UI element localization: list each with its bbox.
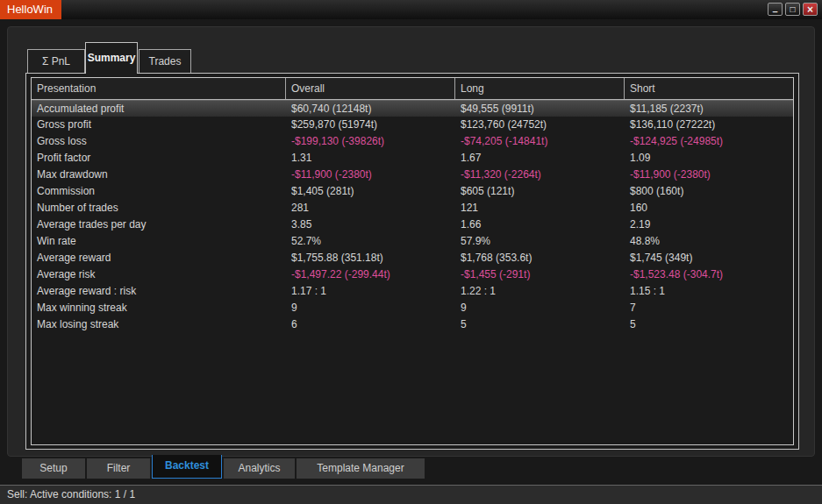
- row-value-long: 57.9%: [455, 233, 625, 250]
- row-value-long: 1.22 : 1: [455, 283, 625, 300]
- tab-analytics[interactable]: Analytics: [224, 458, 295, 479]
- status-bar: Sell: Active conditions: 1 / 1: [0, 485, 822, 504]
- row-value-long: -$11,320 (-2264t): [455, 167, 625, 183]
- tab-trades[interactable]: Trades: [139, 49, 191, 74]
- row-value-overall: -$199,130 (-39826t): [286, 133, 455, 150]
- row-label: Commission: [32, 183, 286, 200]
- row-value-short: 5: [625, 316, 793, 333]
- table-row[interactable]: Accumulated profit$60,740 (12148t)$49,55…: [32, 100, 793, 117]
- row-label: Accumulated profit: [32, 101, 286, 117]
- maximize-icon: □: [790, 5, 795, 14]
- minimize-icon: –: [772, 7, 777, 17]
- table-row[interactable]: Average trades per day3.851.662.19: [32, 217, 793, 233]
- row-label: Average trades per day: [32, 217, 286, 233]
- table-row[interactable]: Max losing streak655: [32, 316, 793, 333]
- row-value-short: 48.8%: [625, 233, 793, 250]
- row-label: Average reward : risk: [32, 283, 286, 300]
- summary-table: Presentation Overall Long Short Accumula…: [31, 77, 794, 445]
- table-row[interactable]: Average risk-$1,497.22 (-299.44t)-$1,455…: [32, 266, 793, 283]
- table-row[interactable]: Gross profit$259,870 (51974t)$123,760 (2…: [32, 117, 793, 133]
- row-value-long: $123,760 (24752t): [455, 117, 625, 133]
- row-value-short: $800 (160t): [625, 183, 793, 200]
- window-title: HelloWin: [0, 0, 61, 19]
- row-value-long: $1,768 (353.6t): [455, 250, 625, 266]
- table-row[interactable]: Max drawdown-$11,900 (-2380t)-$11,320 (-…: [32, 167, 793, 183]
- row-value-long: $49,555 (9911t): [455, 101, 625, 117]
- row-value-short: $11,185 (2237t): [625, 101, 793, 117]
- table-body: Accumulated profit$60,740 (12148t)$49,55…: [32, 100, 793, 333]
- row-value-long: $605 (121t): [455, 183, 625, 200]
- table-row[interactable]: Commission$1,405 (281t)$605 (121t)$800 (…: [32, 183, 793, 200]
- row-value-overall: 3.85: [286, 217, 455, 233]
- table-header: Presentation Overall Long Short: [32, 78, 793, 100]
- row-value-overall: 52.7%: [286, 233, 455, 250]
- title-bar[interactable]: HelloWin – □ ×: [0, 0, 822, 19]
- row-value-short: $1,745 (349t): [625, 250, 793, 266]
- tab-sum-pnl[interactable]: Σ PnL: [27, 49, 85, 74]
- table-row[interactable]: Number of trades281121160: [32, 200, 793, 217]
- table-row[interactable]: Average reward : risk1.17 : 11.22 : 11.1…: [32, 283, 793, 300]
- row-label: Gross loss: [32, 133, 286, 150]
- row-value-overall: $1,405 (281t): [286, 183, 455, 200]
- row-value-overall: $60,740 (12148t): [286, 101, 455, 117]
- row-value-long: -$74,205 (-14841t): [455, 133, 625, 150]
- row-label: Profit factor: [32, 150, 286, 167]
- close-button[interactable]: ×: [803, 3, 818, 16]
- row-value-short: -$124,925 (-24985t): [625, 133, 793, 150]
- row-value-short: 7: [625, 300, 793, 316]
- row-value-overall: $259,870 (51974t): [286, 117, 455, 133]
- row-label: Max losing streak: [32, 316, 286, 333]
- table-row[interactable]: Win rate52.7%57.9%48.8%: [32, 233, 793, 250]
- bottom-tab-strip: Setup Filter Backtest Analytics Template…: [22, 455, 425, 479]
- row-value-overall: -$11,900 (-2380t): [286, 167, 455, 183]
- row-value-overall: -$1,497.22 (-299.44t): [286, 266, 455, 283]
- window-controls: – □ ×: [768, 3, 818, 16]
- row-value-overall: 9: [286, 300, 455, 316]
- row-value-overall: 1.17 : 1: [286, 283, 455, 300]
- row-value-long: 5: [455, 316, 625, 333]
- row-value-short: -$11,900 (-2380t): [625, 167, 793, 183]
- column-header-presentation[interactable]: Presentation: [32, 78, 286, 99]
- column-header-long[interactable]: Long: [455, 78, 625, 99]
- row-label: Average reward: [32, 250, 286, 266]
- tab-summary[interactable]: Summary: [85, 42, 138, 74]
- tab-setup[interactable]: Setup: [22, 458, 85, 479]
- row-value-long: 1.67: [455, 150, 625, 167]
- row-value-short: 2.19: [625, 217, 793, 233]
- close-icon: ×: [807, 4, 813, 15]
- column-header-short[interactable]: Short: [625, 78, 793, 99]
- row-value-long: 121: [455, 200, 625, 217]
- minimize-button[interactable]: –: [768, 3, 783, 16]
- table-row[interactable]: Average reward$1,755.88 (351.18t)$1,768 …: [32, 250, 793, 266]
- maximize-button[interactable]: □: [785, 3, 800, 16]
- row-label: Max drawdown: [32, 167, 286, 183]
- tab-template-manager[interactable]: Template Manager: [297, 458, 425, 479]
- status-text: Sell: Active conditions: 1 / 1: [7, 488, 135, 500]
- row-label: Max winning streak: [32, 300, 286, 316]
- app-window: HelloWin – □ × Σ PnL Summary Trades Pres…: [0, 0, 822, 504]
- row-value-overall: 6: [286, 316, 455, 333]
- main-panel: Σ PnL Summary Trades Presentation Overal…: [7, 26, 815, 457]
- row-value-short: $136,110 (27222t): [625, 117, 793, 133]
- row-value-short: 1.15 : 1: [625, 283, 793, 300]
- row-label: Average risk: [32, 266, 286, 283]
- tab-backtest[interactable]: Backtest: [152, 455, 222, 479]
- table-row[interactable]: Gross loss-$199,130 (-39826t)-$74,205 (-…: [32, 133, 793, 150]
- row-value-long: 1.66: [455, 217, 625, 233]
- table-row[interactable]: Profit factor1.311.671.09: [32, 150, 793, 167]
- row-value-long: -$1,455 (-291t): [455, 266, 625, 283]
- row-value-overall: 281: [286, 200, 455, 217]
- summary-tab-page: Presentation Overall Long Short Accumula…: [25, 73, 799, 450]
- row-label: Win rate: [32, 233, 286, 250]
- row-value-short: 1.09: [625, 150, 793, 167]
- row-value-long: 9: [455, 300, 625, 316]
- column-header-overall[interactable]: Overall: [286, 78, 455, 99]
- table-row[interactable]: Max winning streak997: [32, 300, 793, 316]
- row-label: Gross profit: [32, 117, 286, 133]
- tab-filter[interactable]: Filter: [87, 458, 150, 479]
- row-value-short: 160: [625, 200, 793, 217]
- row-value-short: -$1,523.48 (-304.7t): [625, 266, 793, 283]
- row-label: Number of trades: [32, 200, 286, 217]
- row-value-overall: $1,755.88 (351.18t): [286, 250, 455, 266]
- row-value-overall: 1.31: [286, 150, 455, 167]
